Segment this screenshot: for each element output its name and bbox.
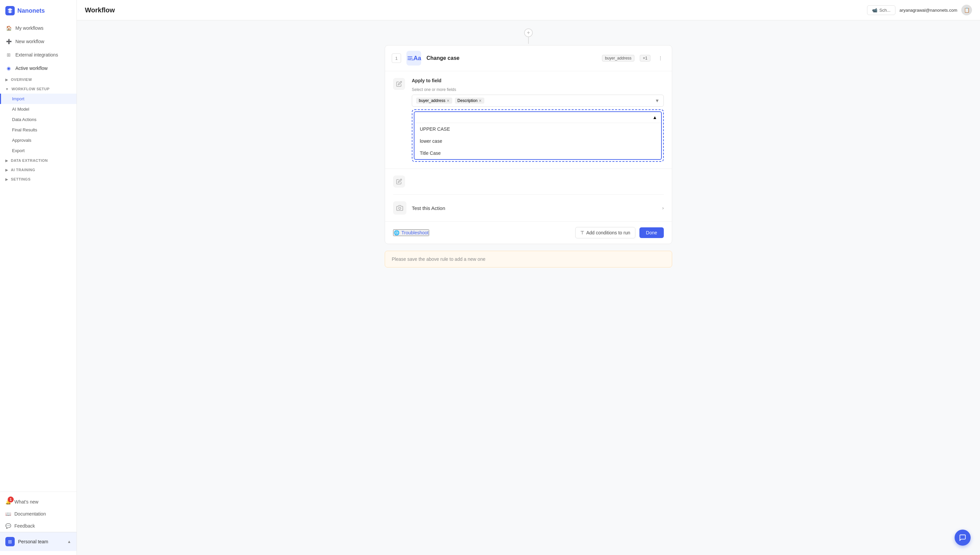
remove-description-button[interactable]: ×	[479, 98, 482, 103]
sidebar-item-documentation[interactable]: 📖 Documentation	[0, 508, 77, 520]
selected-tag-description: Description ×	[455, 98, 484, 104]
svg-point-1	[399, 207, 401, 210]
documentation-label: Documentation	[14, 511, 46, 517]
sidebar-item-data-actions[interactable]: Data Actions	[0, 114, 77, 125]
dropdown-container: ▲ UPPER CASE lower case Title Case	[412, 109, 664, 162]
remove-buyer-address-button[interactable]: ×	[447, 98, 449, 103]
tag-text-buyer-address: buyer_address	[419, 98, 445, 103]
circle-dot-icon: ◉	[5, 65, 12, 72]
section-workflow-setup-label: WORKFLOW SETUP	[11, 87, 50, 91]
personal-team-chevron-icon: ▲	[67, 539, 71, 544]
globe-icon: 🌐	[394, 230, 399, 235]
add-conditions-label: Add conditions to run	[586, 230, 630, 235]
sidebar-bottom: 🔔 1 What's new 📖 Documentation 💬 Feedbac…	[0, 491, 77, 555]
book-icon: 📖	[5, 511, 11, 517]
sidebar-item-my-workflows[interactable]: 🏠 My workflows	[0, 21, 77, 35]
sidebar-nav: 🏠 My workflows ➕ New workflow ⊞ External…	[0, 21, 77, 491]
sidebar-item-ai-model[interactable]: AI Model	[0, 104, 77, 114]
dropdown-search-area: ▲	[415, 112, 661, 123]
camera-icon	[393, 201, 407, 215]
test-action-chevron-icon: ›	[662, 205, 664, 211]
schedule-button[interactable]: 📹 Sch...	[867, 5, 895, 15]
add-step-button[interactable]: +	[524, 29, 533, 37]
sidebar-item-import[interactable]: Import	[0, 94, 77, 104]
more-options-button[interactable]: ⋮	[656, 53, 665, 63]
logo-icon	[5, 6, 15, 15]
dropdown-option-title-case[interactable]: Title Case	[415, 147, 661, 159]
section-settings-label: SETTINGS	[11, 177, 31, 181]
sidebar-item-feedback[interactable]: 💬 Feedback	[0, 520, 77, 532]
chat-button[interactable]	[954, 529, 970, 545]
grid-icon: ⊞	[5, 51, 12, 58]
section-data-extraction[interactable]: ▶ DATA EXTRACTION	[0, 156, 77, 165]
nav-label-external-integrations: External integrations	[15, 52, 58, 58]
step-icon: Aa Aa	[407, 51, 421, 66]
data-actions-label: Data Actions	[12, 117, 37, 122]
chevron-right-icon-4: ▶	[5, 178, 8, 181]
sidebar-item-export[interactable]: Export	[0, 146, 77, 156]
test-action-title: Test this Action	[412, 205, 657, 211]
dropdown-search-input[interactable]	[418, 115, 652, 120]
whats-new-label: What's new	[14, 499, 38, 505]
home-icon: 🏠	[5, 25, 12, 31]
content-area: + 1 Aa Aa Change case buyer_address +1	[77, 21, 980, 555]
dropdown-option-upper-case[interactable]: UPPER CASE	[415, 123, 661, 135]
section-ai-training[interactable]: ▶ AI TRAINING	[0, 165, 77, 175]
step-tag1: buyer_address	[602, 55, 634, 61]
avatar-icon: 📋	[964, 7, 970, 13]
personal-team-name: Personal team	[18, 539, 64, 544]
dropdown-chevron-icon: ▼	[655, 98, 660, 103]
sidebar-item-new-workflow[interactable]: ➕ New workflow	[0, 35, 77, 48]
field-multi-select[interactable]: buyer_address × Description × ▼	[412, 95, 664, 107]
section-ai-training-label: AI TRAINING	[11, 168, 35, 172]
workflow-card-header: 1 Aa Aa Change case buyer_address +1 ⋮	[385, 45, 672, 71]
section-overview-label: OVERVIEW	[11, 77, 32, 82]
section-workflow-setup[interactable]: ▼ WORKFLOW SETUP	[0, 84, 77, 94]
sidebar: Nanonets 🏠 My workflows ➕ New workflow ⊞…	[0, 0, 77, 555]
user-avatar[interactable]: 📋	[961, 5, 972, 15]
sidebar-item-whats-new[interactable]: 🔔 1 What's new	[0, 496, 77, 508]
sidebar-item-external-integrations[interactable]: ⊞ External integrations	[0, 48, 77, 61]
second-form-content	[412, 175, 664, 188]
plus-circle-icon: ➕	[5, 38, 12, 45]
section-data-extraction-label: DATA EXTRACTION	[11, 159, 48, 162]
chevron-right-icon-3: ▶	[5, 168, 8, 172]
personal-team-icon: ⊞	[5, 537, 15, 546]
footer-right: ⊤ Add conditions to run Done	[575, 227, 664, 238]
nav-label-active-workflow: Active workflow	[15, 66, 48, 71]
troubleshoot-label: Troubleshoot	[402, 230, 429, 235]
page-header: Workflow 📹 Sch... aryanagrawal@nanonets.…	[77, 0, 980, 21]
tag-text-description: Description	[458, 98, 478, 103]
nav-label-my-workflows: My workflows	[15, 26, 43, 31]
edit-icon-2	[393, 175, 405, 188]
personal-team[interactable]: ⊞ Personal team ▲	[0, 532, 77, 551]
section-overview[interactable]: ▶ OVERVIEW	[0, 75, 77, 84]
user-email: aryanagrawal@nanonets.com	[900, 8, 957, 13]
sidebar-item-final-results[interactable]: Final Results	[0, 125, 77, 135]
add-conditions-button[interactable]: ⊤ Add conditions to run	[575, 227, 636, 238]
notification-badge: 1	[8, 497, 14, 502]
troubleshoot-button[interactable]: 🌐 Troubleshoot	[393, 229, 429, 236]
section-settings[interactable]: ▶ SETTINGS	[0, 175, 77, 184]
sidebar-logo: Nanonets	[0, 0, 77, 21]
import-label: Import	[12, 96, 24, 101]
apply-to-field-title: Apply to field	[412, 78, 664, 83]
filter-icon: ⊤	[580, 230, 584, 235]
edit-icon	[393, 78, 405, 90]
chevron-right-icon: ▶	[5, 78, 8, 82]
schedule-label: Sch...	[879, 8, 890, 13]
step-tag2: +1	[640, 55, 650, 61]
app-name: Nanonets	[18, 7, 45, 14]
test-action-section[interactable]: Test this Action ›	[385, 194, 672, 221]
sidebar-item-approvals[interactable]: Approvals	[0, 135, 77, 146]
chevron-down-icon: ▼	[5, 87, 9, 91]
sidebar-item-active-workflow[interactable]: ◉ Active workflow	[0, 61, 77, 75]
connector-line	[528, 37, 529, 44]
top-connector: +	[385, 27, 672, 45]
done-button[interactable]: Done	[639, 227, 664, 238]
field-select-label: Select one or more fields	[412, 87, 664, 92]
export-label: Export	[12, 148, 25, 153]
dropdown-option-lower-case[interactable]: lower case	[415, 135, 661, 147]
second-form-section	[385, 169, 672, 194]
step-title: Change case	[426, 55, 597, 61]
